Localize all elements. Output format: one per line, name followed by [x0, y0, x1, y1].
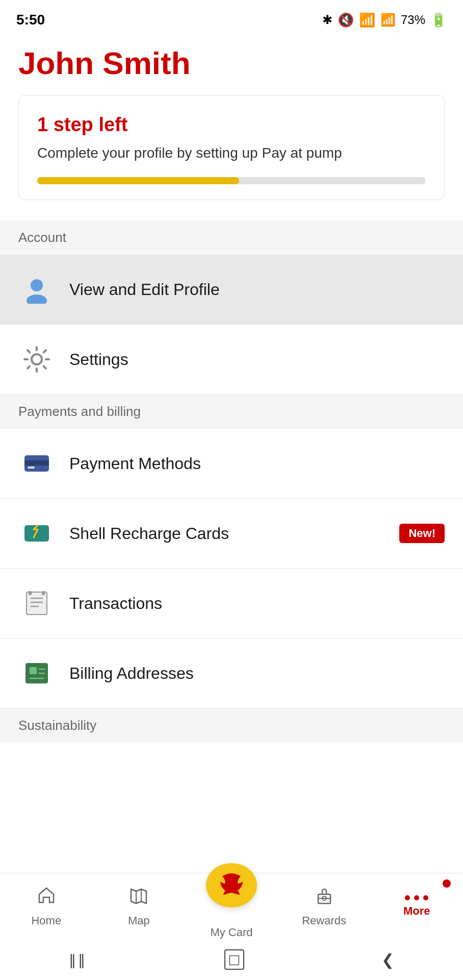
menu-item-label-payment: Payment Methods	[69, 454, 201, 473]
billing-icon	[18, 655, 55, 692]
completion-card: 1 step left Complete your profile by set…	[18, 95, 445, 200]
nav-item-map[interactable]: Map	[93, 873, 186, 939]
status-icons: ✱ 🔇 📶 📶 73% 🔋	[322, 12, 447, 28]
menu-item-view-edit-profile[interactable]: View and Edit Profile	[0, 255, 463, 325]
nav-item-mycard[interactable]: My Card	[185, 873, 278, 939]
rewards-icon	[314, 885, 335, 910]
battery-indicator: 73%	[401, 13, 425, 27]
main-content: John Smith 1 step left Complete your pro…	[0, 36, 463, 200]
nav-label-mycard: My Card	[210, 926, 252, 939]
menu-item-label-billing: Billing Addresses	[69, 664, 194, 683]
transactions-icon	[18, 585, 55, 622]
nav-label-map: Map	[128, 914, 150, 927]
back-button[interactable]: ❮	[381, 951, 394, 969]
recharge-icon	[18, 515, 55, 552]
menu-item-billing-addresses[interactable]: Billing Addresses	[0, 639, 463, 708]
section-header-payments: Payments and billing	[0, 395, 463, 429]
battery-icon: 🔋	[430, 12, 447, 28]
nav-label-rewards: Rewards	[302, 914, 346, 927]
home-icon	[36, 885, 57, 910]
svg-rect-12	[42, 591, 45, 595]
menu-item-label-profile: View and Edit Profile	[69, 280, 220, 299]
menu-item-transactions[interactable]: Transactions	[0, 569, 463, 639]
svg-point-1	[27, 295, 47, 304]
wifi-icon: 📶	[359, 12, 375, 28]
signal-icon: 📶	[380, 13, 396, 27]
svg-point-0	[31, 279, 43, 291]
home-button[interactable]: □	[224, 949, 244, 970]
svg-rect-7	[27, 592, 47, 615]
section-header-account: Account	[0, 220, 463, 255]
system-nav-bar: ‖‖ □ ❮	[0, 939, 463, 980]
mute-icon: 🔇	[338, 12, 354, 28]
nav-label-more: More	[403, 904, 430, 918]
menu-item-settings[interactable]: Settings	[0, 325, 463, 395]
nav-label-home: Home	[31, 914, 61, 927]
profile-icon	[18, 271, 55, 308]
svg-rect-6	[24, 525, 49, 542]
svg-rect-14	[30, 667, 37, 674]
nav-item-home[interactable]: Home	[0, 873, 93, 939]
payment-icon	[18, 445, 55, 482]
status-bar: 5:50 ✱ 🔇 📶 📶 73% 🔋	[0, 0, 463, 36]
settings-icon	[18, 341, 55, 378]
nav-item-more[interactable]: More	[370, 873, 463, 939]
svg-rect-5	[28, 467, 35, 469]
menu-item-label-settings: Settings	[69, 350, 128, 369]
svg-rect-11	[29, 591, 32, 595]
more-icon	[405, 895, 428, 900]
menu-item-payment-methods[interactable]: Payment Methods	[0, 429, 463, 499]
more-notification-dot	[443, 879, 451, 888]
bottom-nav: Home Map My Card	[0, 873, 463, 939]
steps-description: Complete your profile by setting up Pay …	[37, 143, 426, 163]
shell-button[interactable]	[206, 863, 257, 908]
new-badge: New!	[399, 524, 445, 543]
section-header-sustainability: Sustainability	[0, 708, 463, 743]
user-name: John Smith	[18, 46, 445, 81]
progress-bar-container	[37, 177, 426, 184]
menu-item-shell-recharge[interactable]: Shell Recharge Cards New!	[0, 499, 463, 569]
svg-point-2	[32, 354, 42, 364]
map-icon	[128, 885, 149, 910]
steps-left-text: 1 step left	[37, 114, 426, 136]
recents-button[interactable]: ‖‖	[69, 951, 87, 968]
status-time: 5:50	[16, 12, 45, 28]
nav-item-rewards[interactable]: Rewards	[278, 873, 371, 939]
menu-item-label-recharge: Shell Recharge Cards	[69, 524, 229, 543]
progress-bar-fill	[37, 177, 239, 184]
menu-item-label-transactions: Transactions	[69, 594, 162, 613]
bluetooth-icon: ✱	[322, 13, 332, 27]
svg-rect-4	[24, 460, 49, 465]
